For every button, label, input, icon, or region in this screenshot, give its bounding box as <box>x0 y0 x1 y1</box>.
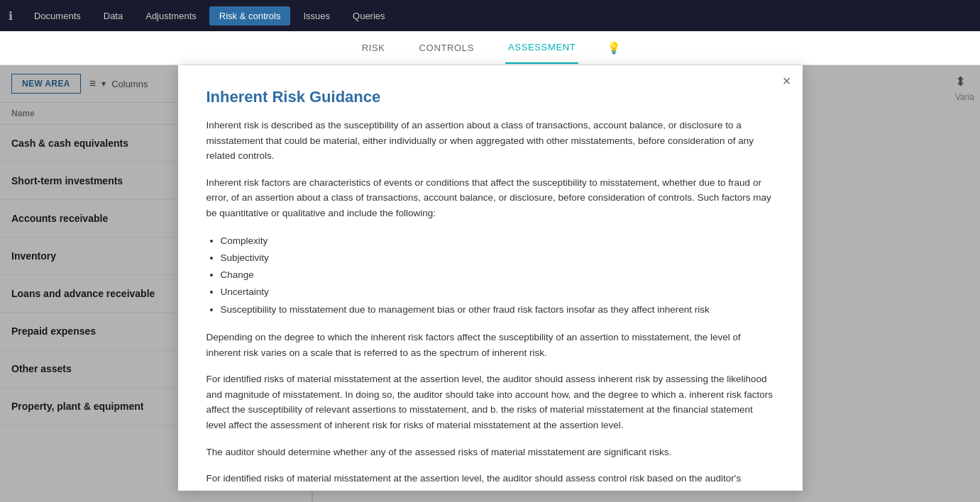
nav-item-adjustments[interactable]: Adjustments <box>136 6 207 26</box>
inherent-risk-guidance-modal: × Inherent Risk Guidance Inherent risk i… <box>178 65 803 491</box>
bullet-item: Uncertainty <box>221 284 774 301</box>
modal-paragraph-1: Inherent risk is described as the suscep… <box>207 118 774 164</box>
nav-item-data[interactable]: Data <box>94 6 133 26</box>
nav-item-queries[interactable]: Queries <box>343 6 395 26</box>
modal-close-button[interactable]: × <box>783 74 791 88</box>
modal-paragraph-3: Depending on the degree to which the inh… <box>207 330 774 360</box>
bullet-item: Susceptibility to misstatement due to ma… <box>221 301 774 318</box>
modal-body: Inherent risk is described as the suscep… <box>207 118 774 491</box>
tab-controls[interactable]: CONTROLS <box>417 33 477 63</box>
modal-title: Inherent Risk Guidance <box>207 88 774 106</box>
bullet-item: Complexity <box>221 233 774 250</box>
modal-paragraph-5: The auditor should determine whether any… <box>207 445 774 460</box>
modal-paragraph-2: Inherent risk factors are characteristic… <box>207 175 774 221</box>
bullet-item: Change <box>221 267 774 284</box>
tab-assessment[interactable]: ASSESSMENT <box>505 32 578 64</box>
modal-paragraph-4: For identified risks of material misstat… <box>207 372 774 433</box>
lightbulb-icon[interactable]: 💡 <box>607 41 621 55</box>
bullet-item: Subjectivity <box>221 250 774 267</box>
modal-paragraph-6: For identified risks of material misstat… <box>207 471 774 491</box>
top-navigation: ℹ Documents Data Adjustments Risk & cont… <box>0 0 980 31</box>
secondary-navigation: RISK CONTROLS ASSESSMENT 💡 <box>0 31 980 65</box>
info-icon: ℹ <box>9 9 13 23</box>
tab-risk[interactable]: RISK <box>359 33 388 63</box>
modal-bullet-list: Complexity Subjectivity Change Uncertain… <box>221 233 774 318</box>
nav-item-issues[interactable]: Issues <box>293 6 340 26</box>
nav-item-risk-controls[interactable]: Risk & controls <box>209 6 291 26</box>
modal-overlay: × Inherent Risk Guidance Inherent risk i… <box>0 65 980 502</box>
nav-item-documents[interactable]: Documents <box>24 6 91 26</box>
main-content: NEW AREA ≡ ▾ Columns Name Cash & cash eq… <box>0 65 980 502</box>
